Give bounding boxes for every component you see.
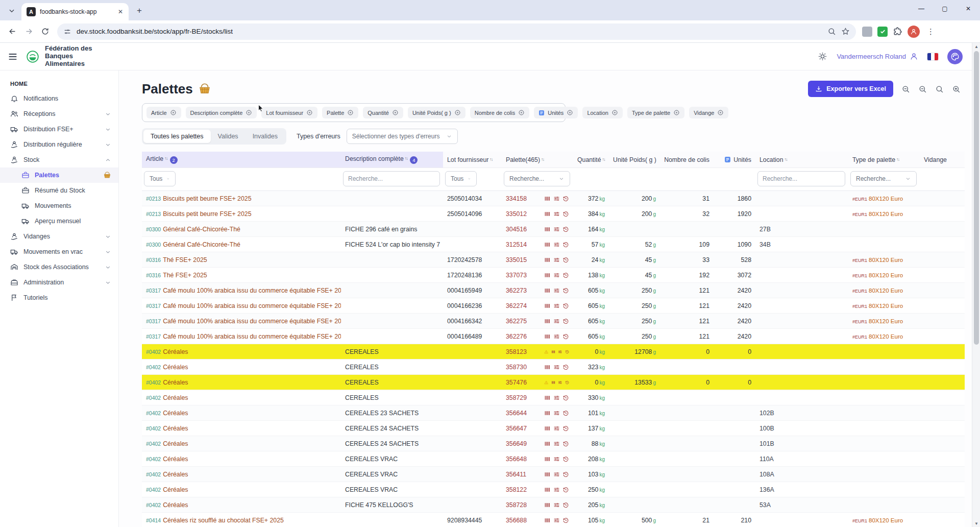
window-maximize-button[interactable]: ▢ <box>933 0 957 17</box>
table-row[interactable]: #0414Céréales riz soufflé au chocolat FS… <box>142 513 965 527</box>
extension-check-icon[interactable] <box>877 27 888 37</box>
sort-arrows-icon[interactable]: ↑↓ <box>602 157 605 162</box>
barcode-icon[interactable] <box>544 241 551 248</box>
sidebar-item-administration[interactable]: Administration <box>0 275 118 290</box>
tune-icon[interactable] <box>558 379 562 386</box>
table-row[interactable]: #0402CéréalesCEREALES358730323kg <box>142 360 965 375</box>
chevdown-icon[interactable] <box>105 264 111 271</box>
circlex-icon[interactable] <box>246 109 252 116</box>
history-icon[interactable] <box>562 333 569 340</box>
search-icon[interactable] <box>827 27 836 36</box>
type-filter-select[interactable]: Recherche... <box>850 171 917 186</box>
sidebar-item-distribution-fse[interactable]: Distribution FSE+ <box>0 122 118 137</box>
mag-button[interactable] <box>931 81 948 97</box>
sidebar-item-mouvements[interactable]: Mouvements <box>0 198 118 213</box>
hamburger-menu-icon[interactable] <box>7 51 18 62</box>
scrollbar-up-arrow-icon[interactable]: ▲ <box>972 43 980 50</box>
history-icon[interactable] <box>562 517 569 524</box>
sidebar-item-stock-des-associations[interactable]: Stock des Associations <box>0 259 118 275</box>
barcode-icon[interactable] <box>544 210 551 218</box>
chip-article[interactable]: Article <box>146 107 181 118</box>
sidebar-item-vidanges[interactable]: Vidanges <box>0 229 118 244</box>
table-row[interactable]: #0300Général Café-Chicorée-ThéFICHE 296 … <box>142 222 965 237</box>
table-row[interactable]: #0402CéréalesCEREALES VRAC358122250kg136… <box>142 482 965 497</box>
address-bar[interactable]: dev.stock.foodbanksit.be/stock/app/fr-BE… <box>57 23 856 40</box>
barcode-icon[interactable] <box>544 272 551 279</box>
forward-button[interactable] <box>21 25 36 39</box>
sort-arrows-icon[interactable]: ↑↓ <box>896 157 899 162</box>
tune-icon[interactable] <box>553 501 560 509</box>
tune-icon[interactable] <box>553 333 560 340</box>
column-header-palette-465[interactable]: Palette(465)↑↓ <box>502 152 573 168</box>
history-icon[interactable] <box>562 256 569 264</box>
barcode-icon[interactable] <box>544 256 551 264</box>
column-header-nombre-de-colis[interactable]: Nombre de colis <box>660 152 714 168</box>
chip-palette[interactable]: Palette <box>322 107 358 118</box>
circlex-icon[interactable] <box>518 109 525 116</box>
barcode-icon[interactable] <box>544 302 551 309</box>
barcode-icon[interactable] <box>551 348 556 355</box>
chevdown-icon[interactable] <box>105 233 111 240</box>
tune-icon[interactable] <box>553 210 560 218</box>
tune-icon[interactable] <box>553 287 560 294</box>
circlex-icon[interactable] <box>170 109 177 116</box>
column-header-quantit[interactable]: Quantité↑↓ <box>573 152 609 168</box>
sort-arrows-icon[interactable]: ↑↓ <box>164 156 167 161</box>
table-row[interactable]: #0402CéréalesCEREALES VRAC356648208kg110… <box>142 451 965 467</box>
column-header-lot-fournisseur[interactable]: Lot fournisseur↑↓ <box>443 152 502 168</box>
history-icon[interactable] <box>562 318 569 325</box>
tune-icon[interactable] <box>553 486 560 493</box>
table-row[interactable]: #0402CéréalesCEREALES3574760kg13533g00 <box>142 375 965 390</box>
barcode-icon[interactable] <box>551 379 556 386</box>
reload-button[interactable] <box>38 25 52 39</box>
history-icon[interactable] <box>562 364 569 371</box>
language-flag-fr-icon[interactable] <box>927 53 938 60</box>
lot-filter-select[interactable]: Tous <box>445 171 477 186</box>
barcode-icon[interactable] <box>544 471 551 478</box>
chip-location[interactable]: Location <box>582 107 623 118</box>
table-row[interactable]: #0316Thé FSE+ 2025172024257833501524kg45… <box>142 252 965 268</box>
user-menu[interactable]: Vandermeersch Roland <box>837 52 918 61</box>
browser-tab[interactable]: A foodbanks-stock-app ✕ <box>21 3 129 20</box>
table-row[interactable]: #0213Biscuits petit beurre FSE+ 20252505… <box>142 206 965 222</box>
browser-profile-avatar[interactable] <box>908 26 920 38</box>
sort-arrows-icon[interactable]: ↑↓ <box>785 157 788 162</box>
column-header-type-de-palette[interactable]: Type de palette↑↓ <box>848 152 920 168</box>
table-row[interactable]: #0402CéréalesCEREALES358729330kg <box>142 390 965 405</box>
sort-arrows-icon[interactable]: ↑↓ <box>541 157 544 162</box>
circlex-icon[interactable] <box>567 109 573 116</box>
barcode-icon[interactable] <box>544 287 551 294</box>
chevdown-icon[interactable] <box>105 126 111 133</box>
table-row[interactable]: #0402CéréalesCEREALES VRAC356411103kg108… <box>142 467 965 482</box>
chevdown-icon[interactable] <box>105 279 111 286</box>
table-row[interactable]: #0402CéréalesCEREALES 23 SACHETS35664410… <box>142 405 965 421</box>
circlex-icon[interactable] <box>306 109 313 116</box>
sidebar-item-distribution-r-guli-re[interactable]: Distribution régulière <box>0 137 118 152</box>
table-row[interactable]: #0317Café moulu 100% arabica issu du com… <box>142 329 965 344</box>
barcode-icon[interactable] <box>544 410 551 417</box>
magminus-button[interactable] <box>914 81 931 97</box>
history-icon[interactable] <box>565 348 570 355</box>
circlex-icon[interactable] <box>454 109 461 116</box>
magminus-button[interactable] <box>897 81 914 97</box>
sidebar-item-mouvements-en-vrac[interactable]: Mouvements en vrac <box>0 244 118 259</box>
history-icon[interactable] <box>562 302 569 309</box>
window-minimize-button[interactable]: — <box>910 0 933 17</box>
bookmark-star-icon[interactable] <box>841 27 850 36</box>
error-types-select[interactable]: Sélectionner des types d'erreurs <box>347 129 458 144</box>
chip-description-compl-te[interactable]: Description complète <box>186 107 257 118</box>
tune-icon[interactable] <box>553 226 560 233</box>
history-icon[interactable] <box>562 241 569 248</box>
extensions-puzzle-icon[interactable] <box>893 27 902 36</box>
barcode-icon[interactable] <box>544 226 551 233</box>
tune-icon[interactable] <box>553 302 560 309</box>
table-row[interactable]: #0402CéréalesCEREALES 24 SACHETS35664988… <box>142 436 965 451</box>
user-avatar[interactable] <box>947 49 963 64</box>
tab-valides[interactable]: Valides <box>211 130 246 143</box>
chip-lot-fournisseur[interactable]: Lot fournisseur <box>261 107 317 118</box>
table-row[interactable]: #0317Café moulu 100% arabica issu du com… <box>142 283 965 298</box>
chip-quantit[interactable]: Quantité <box>363 107 403 118</box>
sidebar-item-notifications[interactable]: Notifications <box>0 91 118 106</box>
chevdown-icon[interactable] <box>105 249 111 255</box>
scrollbar-thumb[interactable] <box>974 51 979 345</box>
